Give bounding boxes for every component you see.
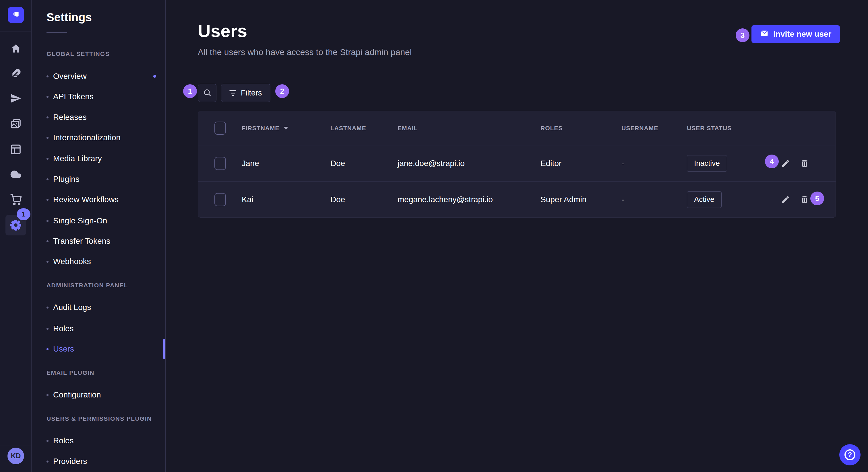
row-checkbox[interactable] <box>214 157 226 170</box>
cell-lastname: Doe <box>330 195 398 204</box>
sidebar-item-plugins[interactable]: Plugins <box>46 175 80 184</box>
edit-pencil-icon[interactable] <box>781 159 790 168</box>
filters-button[interactable]: Filters <box>221 84 270 102</box>
column-header-lastname[interactable]: LASTNAME <box>330 125 398 132</box>
column-header-firstname[interactable]: FIRSTNAME <box>242 125 330 132</box>
sidebar-item-media-library[interactable]: Media Library <box>46 154 102 163</box>
select-all-checkbox[interactable] <box>214 122 226 135</box>
cell-username: - <box>621 195 687 204</box>
bullet-icon <box>46 178 49 180</box>
cell-email: jane.doe@strapi.io <box>398 159 540 168</box>
settings-notification-badge: 1 <box>17 208 30 220</box>
table-header-row: FIRSTNAME LASTNAME EMAIL ROLES USERNAME … <box>198 111 836 145</box>
bullet-icon <box>46 307 49 308</box>
bullet-icon <box>46 394 49 396</box>
app-icon-rail: 1 KD <box>0 0 32 472</box>
bullet-icon <box>46 75 49 77</box>
column-header-roles[interactable]: ROLES <box>540 125 621 132</box>
sidebar-item-api-tokens[interactable]: API Tokens <box>46 92 94 101</box>
delete-trash-icon[interactable] <box>800 159 809 168</box>
table-row[interactable]: Jane Doe jane.doe@strapi.io Editor - Ina… <box>198 145 836 181</box>
delete-trash-icon[interactable] <box>800 195 809 204</box>
section-header-global-settings: GLOBAL SETTINGS <box>46 50 110 57</box>
sidebar-item-admin-roles[interactable]: Roles <box>46 324 74 333</box>
sidebar-item-label: Audit Logs <box>53 303 91 312</box>
sidebar-item-providers[interactable]: Providers <box>46 457 87 466</box>
sidebar-item-single-sign-on[interactable]: Single Sign-On <box>46 216 107 225</box>
home-icon[interactable] <box>10 43 22 55</box>
status-badge: Active <box>687 191 722 208</box>
page-subtitle: All the users who have access to the Str… <box>198 47 412 57</box>
invite-new-user-button[interactable]: Invite new user <box>751 25 840 43</box>
sidebar-item-configuration[interactable]: Configuration <box>46 390 101 400</box>
sidebar-item-webhooks[interactable]: Webhooks <box>46 257 91 266</box>
column-label: EMAIL <box>398 125 417 132</box>
column-header-user-status[interactable]: USER STATUS <box>687 125 773 132</box>
sidebar-item-label: Configuration <box>53 390 101 400</box>
bullet-icon <box>46 348 49 350</box>
sidebar-item-up-roles[interactable]: Roles <box>46 436 74 445</box>
sidebar-item-transfer-tokens[interactable]: Transfer Tokens <box>46 237 110 246</box>
bullet-icon <box>46 158 49 160</box>
user-avatar[interactable]: KD <box>7 448 24 464</box>
page-title: Users <box>198 21 247 41</box>
edit-pencil-icon[interactable] <box>781 195 790 204</box>
sidebar-item-label: Overview <box>53 72 87 81</box>
cell-email: megane.lacheny@strapi.io <box>398 195 540 204</box>
paper-plane-icon[interactable] <box>10 93 22 104</box>
layout-icon[interactable] <box>10 144 22 155</box>
sidebar-item-label: API Tokens <box>53 92 94 101</box>
envelope-icon <box>760 30 769 39</box>
cell-firstname: Jane <box>242 159 330 168</box>
bullet-icon <box>46 461 49 463</box>
sidebar-item-label: Webhooks <box>53 257 91 266</box>
sidebar-item-releases[interactable]: Releases <box>46 113 87 122</box>
bullet-icon <box>46 199 49 201</box>
sidebar-item-audit-logs[interactable]: Audit Logs <box>46 303 91 312</box>
bullet-icon <box>46 220 49 222</box>
section-header-users-permissions-plugin: USERS & PERMISSIONS PLUGIN <box>46 415 152 422</box>
table-row[interactable]: Kai Doe megane.lacheny@strapi.io Super A… <box>198 181 836 217</box>
sidebar-item-label: Media Library <box>53 154 102 163</box>
feather-icon[interactable] <box>10 68 22 79</box>
cloud-icon[interactable] <box>10 169 22 180</box>
row-checkbox[interactable] <box>214 193 226 206</box>
shopping-cart-icon[interactable] <box>10 194 22 205</box>
column-header-username[interactable]: USERNAME <box>621 125 687 132</box>
strapi-logo-icon <box>11 10 20 20</box>
strapi-logo[interactable] <box>8 7 24 23</box>
sidebar-item-overview[interactable]: Overview <box>46 72 87 81</box>
sidebar-item-internationalization[interactable]: Internationalization <box>46 133 121 142</box>
column-label: LASTNAME <box>330 125 366 132</box>
cell-firstname: Kai <box>242 195 330 204</box>
sidebar-item-label: Roles <box>53 436 74 445</box>
bullet-icon <box>46 96 49 98</box>
users-table: FIRSTNAME LASTNAME EMAIL ROLES USERNAME … <box>198 111 836 217</box>
column-label: FIRSTNAME <box>242 125 280 132</box>
section-header-email-plugin: EMAIL PLUGIN <box>46 369 94 376</box>
settings-gear-icon <box>10 220 22 231</box>
annotation-badge-4: 4 <box>765 155 779 168</box>
sidebar-title-divider <box>46 32 67 33</box>
settings-sidebar: Settings GLOBAL SETTINGS Overview API To… <box>32 0 166 472</box>
rail-divider-top <box>0 32 32 32</box>
cell-roles: Super Admin <box>540 195 621 204</box>
bullet-icon <box>46 116 49 119</box>
caret-down-icon <box>284 127 288 130</box>
bullet-icon <box>46 137 49 139</box>
help-button[interactable]: ? <box>839 444 861 465</box>
sidebar-item-label: Users <box>53 344 74 353</box>
search-button[interactable] <box>198 84 216 102</box>
sidebar-item-label: Providers <box>53 457 87 466</box>
section-header-administration-panel: ADMINISTRATION PANEL <box>46 282 128 289</box>
overview-notification-dot <box>153 75 156 78</box>
cell-roles: Editor <box>540 159 621 168</box>
media-images-icon[interactable] <box>10 118 22 130</box>
sidebar-item-users[interactable]: Users <box>46 344 74 353</box>
sidebar-item-label: Roles <box>53 324 74 333</box>
annotation-badge-1: 1 <box>183 84 197 98</box>
cell-lastname: Doe <box>330 159 398 168</box>
column-header-email[interactable]: EMAIL <box>398 125 540 132</box>
cell-username: - <box>621 159 687 168</box>
sidebar-item-review-workflows[interactable]: Review Workflows <box>46 195 119 204</box>
